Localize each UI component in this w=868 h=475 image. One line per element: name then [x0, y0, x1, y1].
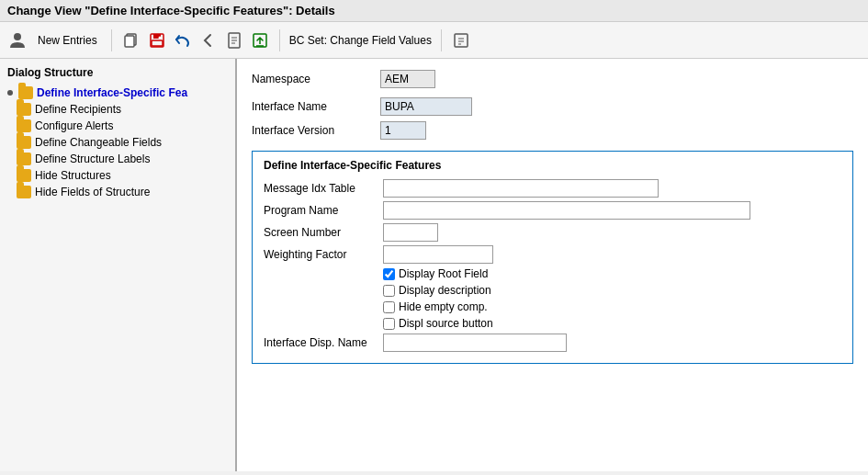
displ-source-button-checkbox[interactable] [383, 318, 395, 330]
save-icon[interactable] [147, 30, 167, 51]
program-name-label: Program Name [264, 204, 383, 217]
interface-version-row: Interface Version [252, 121, 853, 140]
sidebar-item-label-6: Hide Fields of Structure [35, 186, 150, 198]
sidebar-item-label-0: Define Interface-Specific Fea [37, 86, 187, 99]
folder-icon-4 [17, 136, 31, 149]
active-bullet [7, 90, 13, 96]
checkbox-row-3: Displ source button [264, 317, 841, 330]
folder-icon-5 [17, 153, 31, 165]
person-icon[interactable] [7, 30, 28, 51]
folder-icon-2 [17, 103, 31, 116]
sidebar-item-define-interface[interactable]: Define Interface-Specific Fea [0, 85, 235, 101]
weighting-factor-input[interactable] [383, 245, 493, 264]
folder-icon-7 [17, 186, 31, 198]
main-container: Dialog Structure Define Interface-Specif… [0, 59, 868, 471]
folder-icon-3 [17, 119, 31, 132]
section-title: Define Interface-Specific Features [264, 159, 841, 172]
svg-point-6 [158, 36, 161, 39]
separator-3 [441, 29, 442, 51]
display-description-checkbox[interactable] [383, 285, 395, 297]
interface-name-input[interactable] [380, 97, 472, 116]
sidebar-item-label-3: Define Changeable Fields [35, 136, 162, 149]
weighting-factor-row: Weighting Factor [264, 245, 841, 264]
copy-icon[interactable] [121, 30, 141, 51]
sidebar-item-label-4: Define Structure Labels [35, 153, 150, 165]
program-name-input[interactable] [383, 201, 750, 220]
display-root-field-checkbox[interactable] [383, 268, 395, 280]
namespace-input[interactable] [380, 70, 435, 88]
content-area: Namespace Interface Name Interface Versi… [237, 59, 868, 471]
msg-idx-input[interactable] [383, 179, 659, 198]
display-root-field-label: Display Root Field [399, 267, 488, 280]
hide-empty-comp-checkbox[interactable] [383, 301, 395, 313]
separator-1 [111, 29, 112, 51]
undo-icon[interactable] [173, 30, 193, 51]
sidebar-item-define-recipients[interactable]: Define Recipients [0, 101, 235, 118]
interface-disp-name-row: Interface Disp. Name [264, 334, 841, 352]
section-box: Define Interface-Specific Features Messa… [252, 151, 853, 364]
sidebar-item-hide-structures[interactable]: Hide Structures [0, 167, 235, 184]
screen-number-input[interactable] [383, 223, 438, 242]
weighting-factor-label: Weighting Factor [264, 248, 383, 261]
sidebar-item-label-1: Define Recipients [35, 103, 121, 116]
document-icon[interactable] [224, 30, 244, 51]
program-name-row: Program Name [264, 201, 841, 220]
svg-rect-14 [455, 34, 468, 47]
msg-idx-row: Message Idx Table [264, 179, 841, 198]
hide-empty-comp-label: Hide empty comp. [399, 300, 488, 313]
sidebar-header: Dialog Structure [0, 62, 235, 85]
screen-number-row: Screen Number [264, 223, 841, 242]
interface-disp-name-input[interactable] [383, 334, 567, 352]
checkbox-row-0: Display Root Field [264, 267, 841, 280]
sidebar-item-configure-alerts[interactable]: Configure Alerts [0, 118, 235, 134]
sidebar-item-define-structure-labels[interactable]: Define Structure Labels [0, 151, 235, 167]
interface-version-input[interactable] [380, 121, 426, 140]
display-description-label: Display description [399, 284, 491, 297]
interface-name-label: Interface Name [252, 100, 380, 113]
sidebar-item-label-2: Configure Alerts [35, 119, 113, 132]
interface-name-row: Interface Name [252, 97, 853, 116]
checkbox-row-1: Display description [264, 284, 841, 297]
title-text: Change View "Define Interface-Specific F… [7, 4, 335, 17]
interface-version-label: Interface Version [252, 124, 380, 137]
folder-icon-1 [18, 86, 33, 99]
svg-rect-5 [152, 40, 163, 46]
svg-point-0 [14, 33, 21, 40]
sidebar: Dialog Structure Define Interface-Specif… [0, 59, 237, 471]
new-entries-label: New Entries [38, 34, 97, 47]
interface-disp-name-label: Interface Disp. Name [264, 336, 383, 349]
title-bar: Change View "Define Interface-Specific F… [0, 0, 868, 22]
checkbox-row-2: Hide empty comp. [264, 300, 841, 313]
sidebar-item-define-changeable[interactable]: Define Changeable Fields [0, 134, 235, 151]
folder-icon-6 [17, 169, 31, 182]
sidebar-item-hide-fields[interactable]: Hide Fields of Structure [0, 184, 235, 200]
displ-source-button-label: Displ source button [399, 317, 493, 330]
msg-idx-label: Message Idx Table [264, 182, 383, 195]
sidebar-item-label-5: Hide Structures [35, 169, 111, 182]
bc-icon[interactable] [451, 30, 471, 51]
bc-set-label: BC Set: Change Field Values [289, 34, 432, 47]
namespace-label: Namespace [252, 73, 380, 85]
screen-number-label: Screen Number [264, 226, 383, 239]
separator-2 [279, 29, 280, 51]
toolbar: New Entries [0, 22, 868, 59]
back-icon[interactable] [198, 30, 219, 51]
export-icon[interactable] [250, 30, 270, 51]
namespace-row: Namespace [252, 70, 853, 88]
svg-rect-2 [125, 36, 134, 47]
new-entries-button[interactable]: New Entries [33, 31, 102, 50]
